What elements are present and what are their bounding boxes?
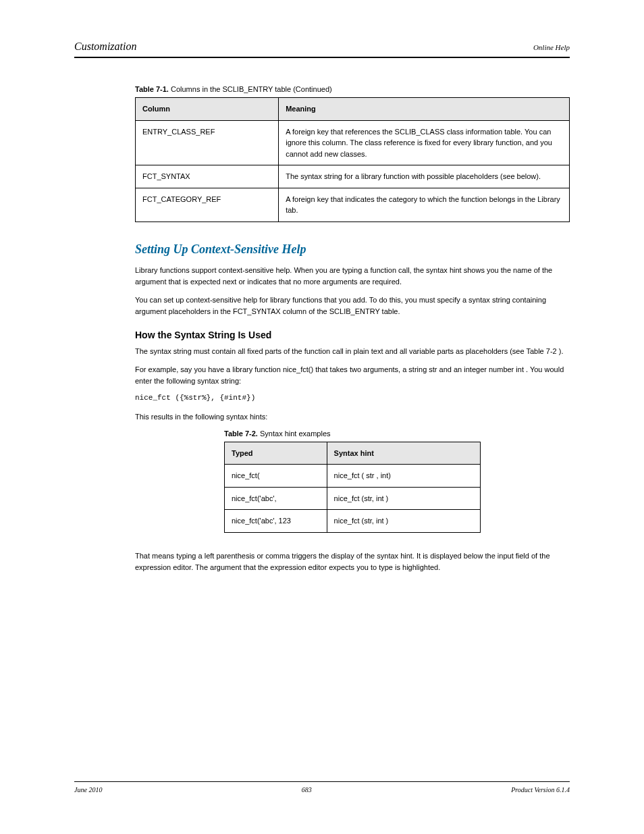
table-row: FCT_SYNTAX The syntax string for a libra… <box>136 165 570 188</box>
cell-typed: nice_fct('abc', <box>225 487 327 510</box>
table1-caption-text: Columns in the SCLIB_ENTRY table (Contin… <box>171 85 332 93</box>
cell-meaning: The syntax string for a library function… <box>279 165 570 188</box>
table-row: ENTRY_CLASS_REF A foreign key that refer… <box>136 120 570 165</box>
cell-hint: nice_fct (str, int ) <box>327 510 480 533</box>
body-paragraph: Library functions support context-sensit… <box>135 265 570 288</box>
subsection-title: How the Syntax String Is Used <box>135 330 570 340</box>
cell-hint: nice_fct (str, int ) <box>327 487 480 510</box>
cell-hint: nice_fct ( str , int) <box>327 465 480 488</box>
table2-caption-text: Syntax hint examples <box>260 429 331 438</box>
body-paragraph: This results in the following syntax hin… <box>135 411 570 423</box>
header-subtitle: Online Help <box>533 43 570 51</box>
syntax-example: nice_fct ({%str%}, {#int#}) <box>135 394 570 402</box>
table-header-row: Column Meaning <box>136 98 570 121</box>
table-syntax-hints: Typed Syntax hint nice_fct( nice_fct ( s… <box>224 442 481 533</box>
body-paragraph: That means typing a left parenthesis or … <box>135 550 570 573</box>
header-title: Customization <box>74 41 136 53</box>
footer-date: June 2010 <box>74 786 102 793</box>
cell-meaning: A foreign key that indicates the categor… <box>279 188 570 221</box>
col-header-column: Column <box>136 98 279 121</box>
footer-version: Product Version 6.1.4 <box>511 786 570 793</box>
col-header-meaning: Meaning <box>279 98 570 121</box>
table-row: nice_fct('abc', 123 nice_fct (str, int ) <box>225 510 481 533</box>
table-sclib-entry: Column Meaning ENTRY_CLASS_REF A foreign… <box>135 97 570 222</box>
cell-column: FCT_SYNTAX <box>136 165 279 188</box>
footer-page-number: 683 <box>302 786 312 793</box>
table-header-row: Typed Syntax hint <box>225 442 481 465</box>
table2-caption: Table 7-2. Syntax hint examples <box>224 429 481 438</box>
body-paragraph: For example, say you have a library func… <box>135 364 570 387</box>
table1-caption-num: Table 7-1. <box>135 85 169 93</box>
cell-column: ENTRY_CLASS_REF <box>136 120 279 165</box>
page-header: Customization Online Help <box>74 41 570 58</box>
page-content: Table 7-1. Columns in the SCLIB_ENTRY ta… <box>74 85 570 573</box>
section-title: Setting Up Context-Sensitive Help <box>135 242 570 257</box>
body-paragraph: The syntax string must contain all fixed… <box>135 346 570 357</box>
col-header-typed: Typed <box>225 442 327 465</box>
table2-caption-num: Table 7-2. <box>224 429 258 438</box>
table1-caption: Table 7-1. Columns in the SCLIB_ENTRY ta… <box>135 85 570 93</box>
table-row: FCT_CATEGORY_REF A foreign key that indi… <box>136 188 570 221</box>
cell-column: FCT_CATEGORY_REF <box>136 188 279 221</box>
page-footer: June 2010 683 Product Version 6.1.4 <box>74 781 570 793</box>
col-header-syntax-hint: Syntax hint <box>327 442 480 465</box>
cell-meaning: A foreign key that references the SCLIB_… <box>279 120 570 165</box>
table-row: nice_fct( nice_fct ( str , int) <box>225 465 481 488</box>
body-paragraph: You can set up context-sensitive help fo… <box>135 294 570 317</box>
table-row: nice_fct('abc', nice_fct (str, int ) <box>225 487 481 510</box>
cell-typed: nice_fct('abc', 123 <box>225 510 327 533</box>
cell-typed: nice_fct( <box>225 465 327 488</box>
